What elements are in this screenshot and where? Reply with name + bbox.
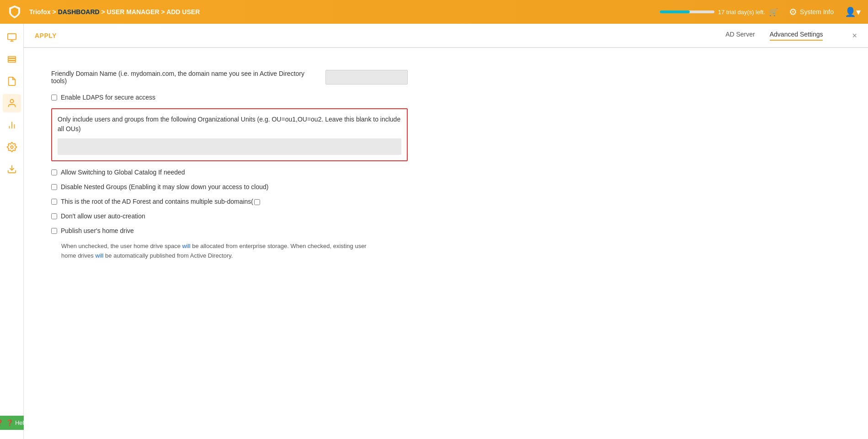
cart-icon[interactable]: 🛒 [769, 8, 778, 16]
svg-rect-4 [8, 58, 16, 60]
allow-switching-label: Allow Switching to Global Catalog If nee… [61, 169, 185, 176]
logo-area: Triofox > DASHBOARD > USER MANAGER > ADD… [7, 5, 200, 19]
allow-switching-checkbox[interactable] [51, 169, 57, 175]
publish-home-label: Publish user's home drive [61, 227, 134, 234]
disable-nested-label: Disable Nested Groups (Enabling it may s… [61, 183, 268, 190]
ad-forest-label: This is the root of the AD Forest and co… [61, 198, 261, 205]
ad-forest-row: This is the root of the AD Forest and co… [51, 198, 408, 205]
ad-forest-checkbox[interactable] [51, 199, 57, 205]
friendly-domain-label: Friendly Domain Name (i.e. mydomain.com,… [51, 70, 318, 85]
dont-allow-checkbox[interactable] [51, 213, 57, 219]
sidebar-item-chart[interactable] [3, 116, 21, 134]
home-drive-description: When unchecked, the user home drive spac… [61, 242, 408, 261]
main-content: APPLY AD Server Advanced Settings × Frie… [24, 24, 868, 439]
sidebar-item-layers[interactable] [3, 50, 21, 69]
tab-ad-server[interactable]: AD Server [725, 31, 755, 41]
divider [24, 48, 868, 48]
sidebar-item-user[interactable] [3, 94, 21, 112]
ou-section: Only include users and groups from the f… [51, 108, 408, 161]
sidebar-item-monitor[interactable] [3, 28, 21, 47]
dont-allow-row: Don't allow user auto-creation [51, 212, 408, 220]
disable-nested-row: Disable Nested Groups (Enabling it may s… [51, 183, 408, 190]
svg-point-6 [10, 100, 13, 103]
trial-progress-fill [660, 11, 690, 13]
enable-ldaps-checkbox[interactable] [51, 95, 57, 100]
triofox-logo-icon [7, 5, 22, 19]
sidebar: ❓ ❓ Help [0, 24, 24, 439]
help-icon: ❓ [0, 419, 3, 426]
sidebar-item-file[interactable] [3, 72, 21, 90]
enable-ldaps-row: Enable LDAPS for secure access [51, 94, 408, 101]
settings-content: Friendly Domain Name (i.e. mydomain.com,… [24, 52, 435, 279]
header: Triofox > DASHBOARD > USER MANAGER > ADD… [0, 0, 868, 24]
ou-description: Only include users and groups from the f… [58, 115, 401, 134]
publish-home-checkbox[interactable] [51, 228, 57, 234]
disable-nested-checkbox[interactable] [51, 184, 57, 190]
svg-rect-3 [8, 57, 16, 58]
trial-text: 17 trial day(s) left. [718, 9, 765, 16]
enable-ldaps-label: Enable LDAPS for secure access [61, 94, 155, 101]
allow-switching-row: Allow Switching to Global Catalog If nee… [51, 169, 408, 176]
user-account-icon[interactable]: 👤▾ [845, 6, 861, 17]
system-info-label: System Info [800, 8, 834, 16]
svg-rect-5 [8, 61, 16, 63]
apply-button[interactable]: APPLY [35, 32, 57, 39]
publish-home-row: Publish user's home drive [51, 227, 408, 234]
trial-progress-bar [660, 11, 714, 13]
breadcrumb: Triofox > DASHBOARD > USER MANAGER > ADD… [29, 8, 200, 16]
ad-forest-sub-checkbox[interactable] [254, 199, 260, 205]
friendly-domain-row: Friendly Domain Name (i.e. mydomain.com,… [51, 70, 408, 85]
sidebar-item-download[interactable] [3, 160, 21, 178]
tabs-right: AD Server Advanced Settings × [725, 31, 857, 41]
layout: ❓ ❓ Help APPLY AD Server Advanced Settin… [0, 24, 868, 439]
sidebar-item-settings[interactable] [3, 138, 21, 156]
trial-info: 17 trial day(s) left. 🛒 [660, 8, 778, 16]
friendly-domain-input[interactable] [325, 70, 408, 85]
svg-rect-0 [7, 34, 16, 40]
gear-icon: ⚙ [789, 6, 797, 17]
tab-advanced-settings[interactable]: Advanced Settings [770, 31, 823, 41]
ou-input[interactable] [58, 138, 401, 155]
svg-point-10 [11, 146, 13, 148]
close-button[interactable]: × [852, 32, 857, 40]
header-right: 17 trial day(s) left. 🛒 ⚙ System Info 👤▾ [660, 6, 861, 17]
system-info[interactable]: ⚙ System Info [789, 6, 834, 17]
tabs-bar: APPLY AD Server Advanced Settings × [24, 24, 868, 48]
dont-allow-label: Don't allow user auto-creation [61, 212, 145, 220]
